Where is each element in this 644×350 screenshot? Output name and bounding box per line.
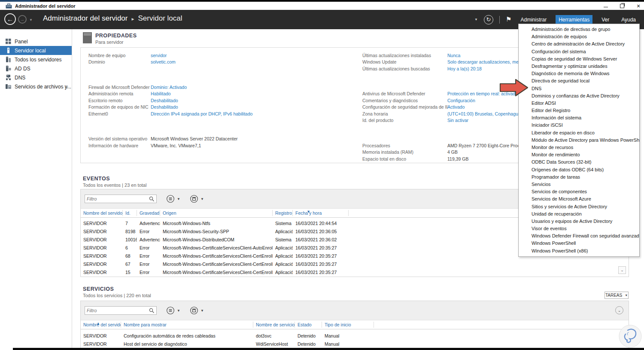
column-header[interactable]: Nombre del servidor [81,322,121,328]
tools-menu-item[interactable]: Servicios de componentes [519,188,639,195]
collapse-panel-button[interactable]: ⌄ [615,306,623,314]
back-button[interactable]: ← [4,13,16,25]
service-row[interactable]: SERVIDOR Host del servicio de diagnóstic… [81,340,629,348]
notifications-chevron-icon[interactable]: ▼ [474,18,478,21]
refresh-icon[interactable]: ↻ [484,15,493,24]
tools-menu-item[interactable]: Copias de seguridad de Windows Server [519,55,639,63]
services-list-options-button[interactable]: ▼ [166,306,180,315]
menu-herramientas[interactable]: Herramientas [556,15,592,24]
tools-menu-item[interactable]: Centro de administración de Active Direc… [519,40,639,48]
column-header[interactable]: Nombre de servicio [253,322,295,328]
property-value-link[interactable]: Deshabilitado [151,104,178,110]
tools-menu-item[interactable]: Unidad de recuperación [519,210,639,218]
history-chevron-icon[interactable]: ▼ [29,18,33,22]
tools-menu-item[interactable]: DNS [519,85,639,92]
tools-menu-item[interactable]: Información del sistema [519,114,639,122]
property-label: Antivirus de Microsoft Defender [362,91,447,96]
tasks-button-label: TAREAS [605,293,622,298]
tools-menu-item[interactable]: Administración de directivas de grupo [519,26,639,33]
tools-menu-item[interactable]: Sitios y servicios de Active Directory [519,203,639,210]
tools-menu-item[interactable]: Dominios y confianzas de Active Director… [519,92,639,100]
sidebar-item-panel[interactable]: Panel [0,37,72,46]
tools-menu-item[interactable]: Editor del Registro [519,107,639,114]
column-header[interactable]: Nombre del servidor [81,210,123,216]
property-value-link[interactable]: solvetic.com [151,59,176,64]
expander-arrow-icon[interactable]: ▷ [65,85,68,89]
property-value-link[interactable]: Dirección IPv4 asignada por DHCP, IPv6 h… [151,111,252,116]
column-header[interactable]: Gravedad [137,210,160,216]
menu-ver[interactable]: Ver [598,15,612,24]
tools-menu-item[interactable]: Monitor de recursos [519,144,639,151]
events-scroll-down-button[interactable]: ⌄ [618,266,626,274]
events-save-query-button[interactable]: ▼ [190,195,204,203]
service-row[interactable]: SERVIDOR Configuración automática de red… [81,332,629,340]
minimize-button[interactable] [603,3,609,9]
sidebar-item-servicios-de-archivos[interactable]: Servicios de archivos y... ▷ [0,82,72,91]
tools-menu-item[interactable]: Iniciador iSCSI [519,122,639,129]
notification-flag-icon[interactable]: ⚑ [506,15,511,23]
property-value-link[interactable]: Activado [447,104,465,110]
column-header[interactable]: Registro [273,210,293,216]
close-button[interactable]: × [635,3,641,9]
services-filter-input[interactable] [85,308,149,313]
tools-menu-item[interactable]: ODBC Data Sources (32-bit) [519,158,639,166]
tools-menu-item[interactable]: Diagnóstico de memoria de Windows [519,70,639,77]
services-save-query-button[interactable]: ▼ [190,306,204,315]
menu-administrar[interactable]: Administrar [517,15,550,24]
tools-menu-item[interactable]: Administración de equipos [519,33,639,40]
tasks-button[interactable]: TAREAS ▼ [605,292,629,299]
property-value-link[interactable]: Deshabilitado [151,98,178,103]
event-source: Microsoft-Windows-Security-SPP [160,229,273,234]
column-header[interactable]: Estado [295,322,322,328]
sidebar-item-servidor-local[interactable]: Servidor local [0,46,72,55]
column-header[interactable]: Fecha y hora [293,210,349,216]
restore-button[interactable] [619,3,625,9]
forward-button[interactable]: → [18,15,27,24]
menu-ayuda[interactable]: Ayuda [618,15,639,24]
property-value-link[interactable]: Hoy a la(s) 20:18 [447,66,482,71]
tools-menu-item[interactable]: Directiva de seguridad local [519,77,639,85]
tools-menu-item[interactable]: Módulo de Active Directory para Windows … [519,137,639,144]
sidebar-item-ad-ds[interactable]: AD DS [0,64,72,73]
breadcrumb-root[interactable]: Administrador del servidor [43,14,128,23]
tools-menu-item[interactable]: Monitor de rendimiento [519,151,639,158]
tools-menu-item[interactable]: Visor de eventos [519,225,639,232]
tools-menu-item[interactable]: Windows Defender Firewall con seguridad … [519,232,639,240]
tools-menu-item[interactable]: Liberador de espacio en disco [519,129,639,137]
event-log: Aplicación [273,270,293,275]
event-source: Microsoft-Windows-CertificateServicesCli… [160,270,273,275]
column-header[interactable]: Id. [123,210,137,216]
event-row[interactable]: SERVIDOR 67 Error Microsoft-Windows-Cert… [81,260,629,268]
column-header[interactable]: Tipo de inicio [322,322,374,328]
tools-menu-item[interactable]: Windows PowerShell (x86) [519,247,639,255]
property-value-link[interactable]: Nunca [447,53,460,58]
event-datetime: 16/03/2021 20:36:05 [293,229,349,234]
tools-menu-item[interactable]: Orígenes de datos ODBC (64 bits) [519,166,639,173]
tools-menu-item[interactable]: Servicios de Microsoft Azure [519,195,639,203]
tools-menu-item[interactable]: Servicios [519,181,639,188]
tools-menu-item[interactable]: Windows PowerShell [519,240,639,247]
service-display-name: Host del servicio de diagnóstico [121,341,253,347]
event-severity: Error [137,270,160,275]
tools-menu-item[interactable]: Usuarios y equipos de Active Directory [519,218,639,225]
property-value-link[interactable]: Sin activar [447,118,468,123]
services-panel: ▼ ▼ ⌄ Nombre del servidor Nombre para mo… [80,301,629,350]
tools-menu-item[interactable]: Editor ADSI [519,100,639,107]
tools-menu-item[interactable]: Desfragmentar y optimizar unidades [519,63,639,70]
property-value-link[interactable]: Configuración [447,98,475,103]
tools-menu-item[interactable]: Configuración del sistema [519,48,639,55]
property-value-link[interactable]: Dominio: Activado [151,85,187,90]
events-filter-input[interactable] [85,196,149,201]
sidebar-item-todos-los-servidores[interactable]: Todos los servidores [0,55,72,64]
tools-menu-item[interactable]: Programador de tareas [519,173,639,181]
events-list-options-button[interactable]: ▼ [166,195,180,203]
property-label: Dominio [88,59,151,64]
event-row[interactable]: SERVIDOR 15 Error Microsoft-Windows-Cert… [81,268,629,276]
property-value-link[interactable]: Habilitado [151,91,171,96]
column-header[interactable]: Nombre para mostrar [121,322,253,328]
property-value-link[interactable]: servidor [151,53,167,58]
event-log: Sistema [273,237,293,242]
column-header[interactable]: Origen [160,210,273,216]
sidebar-item-label: Servidor local [15,48,46,54]
sidebar-item-dns[interactable]: DNS [0,73,72,82]
